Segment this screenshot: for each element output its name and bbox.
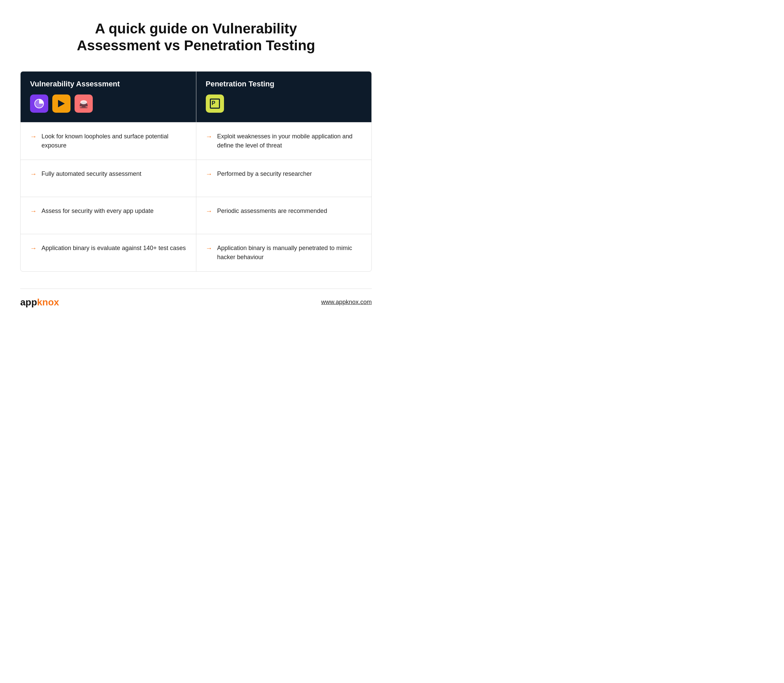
pt-feature-text-4: Application binary is manually penetrate… bbox=[217, 244, 362, 262]
va-feature-text-2: Fully automated security assessment bbox=[42, 169, 141, 178]
va-feature-text-4: Application binary is evaluate against 1… bbox=[42, 244, 186, 253]
logo-app-text: app bbox=[20, 297, 37, 308]
website-link[interactable]: www.appknox.com bbox=[321, 299, 372, 306]
va-icon-1 bbox=[30, 95, 48, 113]
va-feature-row-3: → Assess for security with every app upd… bbox=[21, 197, 196, 234]
footer: appknox www.appknox.com bbox=[20, 289, 372, 308]
arrow-icon-3: → bbox=[30, 207, 37, 215]
va-icon-2 bbox=[52, 95, 70, 113]
penetration-testing-column: Penetration Testing P → Exploit weakness… bbox=[196, 72, 372, 271]
arrow-icon-1: → bbox=[30, 133, 37, 140]
arrow-icon-6: → bbox=[206, 170, 213, 178]
page-title: A quick guide on Vulnerability Assessmen… bbox=[61, 20, 331, 55]
va-icon-3 bbox=[75, 95, 93, 113]
va-title: Vulnerability Assessment bbox=[30, 80, 187, 88]
comparison-table: Vulnerability Assessment bbox=[20, 71, 372, 272]
va-feature-row-1: → Look for known loopholes and surface p… bbox=[21, 122, 196, 160]
arrow-icon-5: → bbox=[206, 133, 213, 140]
logo-knox-text: knox bbox=[37, 297, 59, 308]
va-feature-row-4: → Application binary is evaluate against… bbox=[21, 234, 196, 271]
pt-feature-text-3: Periodic assessments are recommended bbox=[217, 207, 327, 216]
pt-icons: P bbox=[206, 95, 362, 113]
pt-title: Penetration Testing bbox=[206, 80, 362, 88]
va-feature-text-1: Look for known loopholes and surface pot… bbox=[42, 132, 187, 150]
arrow-icon-2: → bbox=[30, 170, 37, 178]
lime-square-icon: P bbox=[210, 99, 220, 109]
pt-feature-row-2: → Performed by a security researcher bbox=[196, 160, 372, 197]
arrow-icon-4: → bbox=[30, 244, 37, 252]
va-icons bbox=[30, 95, 187, 113]
pt-feature-text-1: Exploit weaknesses in your mobile applic… bbox=[217, 132, 362, 150]
lime-p-letter: P bbox=[212, 101, 216, 106]
pt-feature-row-3: → Periodic assessments are recommended bbox=[196, 197, 372, 234]
va-header: Vulnerability Assessment bbox=[21, 72, 196, 122]
pt-feature-row-1: → Exploit weaknesses in your mobile appl… bbox=[196, 122, 372, 160]
pt-feature-text-2: Performed by a security researcher bbox=[217, 169, 312, 178]
vulnerability-assessment-column: Vulnerability Assessment bbox=[21, 72, 196, 271]
va-feature-text-3: Assess for security with every app updat… bbox=[42, 207, 154, 216]
pt-icon-1: P bbox=[206, 95, 224, 113]
appknox-logo: appknox bbox=[20, 297, 59, 308]
va-feature-row-2: → Fully automated security assessment bbox=[21, 160, 196, 197]
pt-header: Penetration Testing P bbox=[196, 72, 372, 122]
play-triangle-icon bbox=[58, 100, 65, 107]
arrow-icon-8: → bbox=[206, 244, 213, 252]
svg-point-3 bbox=[80, 100, 87, 104]
svg-rect-4 bbox=[82, 106, 86, 107]
pt-feature-row-4: → Application binary is manually penetra… bbox=[196, 234, 372, 271]
arrow-icon-7: → bbox=[206, 207, 213, 215]
